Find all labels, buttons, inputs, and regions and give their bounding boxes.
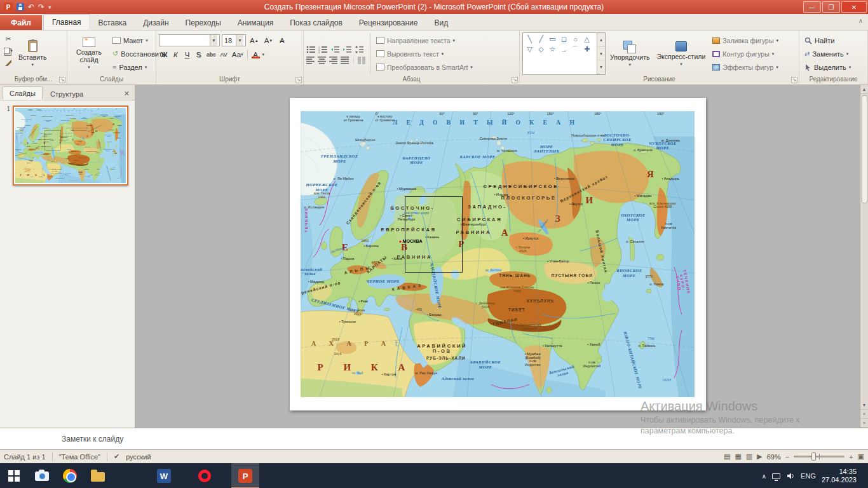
font-color-button[interactable]: А (250, 49, 262, 60)
strikethrough-button[interactable]: abc (205, 49, 218, 60)
close-button[interactable]: ✕ (841, 1, 867, 13)
new-slide-button[interactable]: Создать слайд ▾ (70, 32, 108, 75)
taskbar-chrome[interactable] (56, 463, 84, 488)
justify-icon[interactable] (341, 57, 349, 64)
language-badge[interactable]: ENG (801, 472, 816, 480)
notes-pane[interactable]: Заметки к слайду (0, 428, 868, 449)
align-right-icon[interactable] (329, 57, 338, 64)
hidden-icons-chevron-icon[interactable]: ∧ (762, 473, 766, 480)
tab-animations[interactable]: Анимация (229, 15, 281, 30)
shape-icon[interactable]: △ (581, 34, 592, 44)
close-panel-icon[interactable]: ✕ (121, 88, 132, 100)
zoom-slider-thumb[interactable] (811, 452, 816, 461)
network-icon[interactable] (772, 473, 780, 479)
align-text-button[interactable]: Выровнять текст▾ (374, 48, 475, 60)
bullets-icon[interactable] (306, 46, 316, 53)
tab-slideshow[interactable]: Показ слайдов (281, 15, 351, 30)
numbering-icon[interactable]: 123 (318, 46, 328, 53)
next-slide-button[interactable]: » (860, 419, 868, 428)
fit-to-window-icon[interactable]: ▣ (858, 452, 864, 461)
dialog-launcher-icon[interactable]: ↘ (59, 77, 65, 83)
undo-icon[interactable]: ↶ (28, 3, 34, 11)
font-name-combobox[interactable]: ▼ (159, 34, 220, 46)
format-painter-button[interactable] (3, 58, 14, 68)
normal-view-icon[interactable]: ▤ (724, 452, 730, 461)
clock[interactable]: 14:35 27.04.2023 (822, 468, 857, 484)
save-icon[interactable] (17, 3, 24, 11)
tab-insert[interactable]: Вставка (90, 15, 135, 30)
taskbar-word[interactable]: W (150, 463, 178, 488)
selection-rectangle[interactable] (44, 130, 60, 150)
clear-formatting-button[interactable]: А (276, 35, 287, 46)
slide-thumbnail-row[interactable]: 1 (0, 100, 135, 191)
increase-font-button[interactable]: А▲ (248, 35, 261, 46)
shape-icon[interactable]: ╱ (536, 34, 546, 44)
zoom-out-icon[interactable]: − (785, 453, 789, 461)
slideshow-icon[interactable]: ▶ (757, 452, 762, 461)
decrease-font-button[interactable]: А▼ (262, 35, 275, 46)
minimize-button[interactable]: — (803, 1, 821, 13)
shape-icon[interactable]: ○ (570, 34, 581, 44)
convert-smartart-button[interactable]: Преобразовать в SmartArt▾ (374, 61, 475, 73)
panel-tab-outline[interactable]: Структура (44, 88, 90, 100)
columns-icon[interactable] (358, 57, 367, 64)
taskbar-explorer[interactable] (84, 463, 112, 488)
arrange-button[interactable]: Упорядочить ▾ (607, 32, 652, 75)
replace-button[interactable]: ⇄ Заменить▾ (802, 48, 853, 60)
taskbar-opera[interactable] (191, 463, 219, 488)
change-case-button[interactable]: Аа▾ (230, 49, 245, 60)
redo-icon[interactable]: ↷ (38, 3, 44, 11)
paste-button[interactable]: Вставить ▾ (16, 32, 50, 75)
vertical-scrollbar[interactable]: ▲ ▼ « » (860, 85, 868, 428)
shape-icon[interactable]: ▭ (547, 34, 558, 44)
italic-button[interactable]: К (170, 49, 181, 60)
shape-icon[interactable]: ⌒ (570, 44, 581, 54)
gallery-expand-icon[interactable]: ▼ (597, 60, 605, 74)
shape-icon[interactable]: ◇ (536, 44, 546, 54)
tab-design[interactable]: Дизайн (135, 15, 177, 30)
scroll-down-icon[interactable]: ▼ (597, 47, 605, 61)
select-button[interactable]: Выделить▾ (802, 61, 853, 73)
line-spacing-icon[interactable] (355, 46, 364, 53)
dialog-launcher-icon[interactable]: ↘ (512, 77, 518, 83)
align-left-icon[interactable] (306, 57, 315, 64)
cut-button[interactable]: ✂ (3, 34, 14, 44)
panel-tab-slides[interactable]: Слайды (3, 86, 43, 100)
shape-icon[interactable]: ✚ (581, 44, 592, 54)
zoom-slider[interactable] (794, 456, 844, 458)
dialog-launcher-icon[interactable]: ↘ (295, 77, 302, 83)
tab-review[interactable]: Рецензирование (351, 15, 426, 30)
taskbar-powerpoint[interactable]: P (231, 463, 259, 488)
slide-thumbnail[interactable]: к западу от Гринвичак востоку от Гринвич… (13, 105, 128, 186)
tab-file[interactable]: Файл (0, 15, 42, 30)
tab-view[interactable]: Вид (426, 15, 457, 30)
text-shadow-button[interactable]: S (193, 49, 204, 60)
copy-button[interactable]: ▾ (3, 46, 14, 56)
scroll-up-icon[interactable]: ▲ (597, 33, 605, 47)
character-spacing-button[interactable]: AV (219, 49, 229, 60)
theme-name[interactable]: "Тема Office" (59, 453, 100, 461)
bold-button[interactable]: Ж (159, 49, 170, 60)
scrollbar-thumb[interactable] (862, 95, 867, 203)
dialog-launcher-icon[interactable]: ↘ (791, 77, 797, 83)
shape-icon[interactable]: ▽ (524, 44, 535, 54)
text-direction-button[interactable]: Направление текста▾ (374, 34, 475, 46)
tab-home[interactable]: Главная (43, 14, 90, 30)
map-image[interactable]: к западу от Гринвичак востоку от Гринвич… (301, 111, 695, 397)
shapes-gallery[interactable]: ╲╱▭◻○△▽◇☆→⌒✚ (522, 32, 597, 75)
shape-fill-button[interactable]: Заливка фигуры▾ (710, 34, 781, 46)
shape-effects-button[interactable]: Эффекты фигур▾ (710, 61, 781, 73)
shape-icon[interactable]: → (559, 44, 569, 54)
font-size-combobox[interactable]: 18▼ (222, 34, 246, 46)
collapse-ribbon-icon[interactable]: ∧ (858, 17, 863, 24)
find-button[interactable]: Найти (802, 34, 853, 46)
align-center-icon[interactable] (318, 57, 327, 64)
volume-icon[interactable] (786, 471, 795, 480)
spellcheck-icon[interactable]: ✔ (114, 452, 119, 461)
underline-button[interactable]: Ч (182, 49, 193, 60)
selection-rectangle[interactable] (405, 196, 463, 273)
app-icon[interactable]: P (4, 3, 13, 11)
increase-indent-icon[interactable] (342, 46, 352, 53)
start-button[interactable] (0, 463, 28, 488)
shape-outline-button[interactable]: Контур фигуры▾ (710, 48, 781, 60)
